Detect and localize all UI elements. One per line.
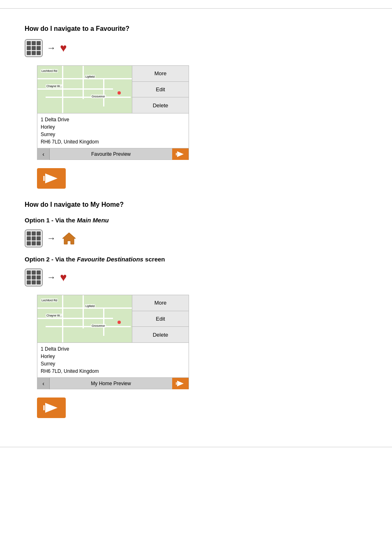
arrow-icon-3: → xyxy=(47,272,56,283)
preview-back-button-2[interactable]: ‹ xyxy=(37,378,50,389)
favourite-preview-card: Lechford Rd Chayne W... Lipfield Grosven… xyxy=(37,65,189,160)
map-label-lechford: Lechford Rd xyxy=(41,69,58,73)
side-buttons: More Edit Delete xyxy=(132,66,189,113)
section-option2: Option 2 - Via the Favourite Destination… xyxy=(25,256,367,418)
grid-dot xyxy=(27,41,31,45)
heart-icon: ♥ xyxy=(60,42,67,55)
delete-button-2[interactable]: Delete xyxy=(132,327,189,342)
heading-navigate-home: How do I navigate to My Home? xyxy=(25,201,367,208)
home-icon-container xyxy=(60,229,78,247)
address-line-1b: 1 Delta Drive xyxy=(41,345,185,353)
nav-thumbnail-icon xyxy=(39,170,64,187)
grid-dot xyxy=(32,46,36,50)
more-button[interactable]: More xyxy=(132,66,189,82)
option1-heading: Option 1 - Via the Main Menu xyxy=(25,217,367,224)
map-label-lipfield-2: Lipfield xyxy=(85,304,95,308)
grid-dot xyxy=(27,51,31,55)
page-container: How do I navigate to a Favourite? → ♥ xyxy=(0,8,392,447)
nav-thumbnail-home xyxy=(37,398,66,418)
option2-italic: Favourite Destinations xyxy=(77,256,143,263)
preview-label: Favourite Preview xyxy=(50,151,172,157)
section-option1: Option 1 - Via the Main Menu → xyxy=(25,217,367,247)
map-pin xyxy=(118,91,121,95)
address-line-4b: RH6 7LD, United Kingdom xyxy=(41,367,185,375)
grid-dot xyxy=(37,41,41,45)
arrow-icon-2: → xyxy=(47,233,56,244)
section-navigate-favourite: How do I navigate to a Favourite? → ♥ xyxy=(25,25,367,189)
arrow-icon: → xyxy=(47,43,56,53)
edit-button[interactable]: Edit xyxy=(132,82,189,98)
grid-icon xyxy=(27,41,41,55)
nav-thumbnail-icon-2 xyxy=(39,400,64,416)
address-line-2: Horley xyxy=(41,123,185,131)
preview-back-button[interactable]: ‹ xyxy=(37,148,50,160)
icon-row-option2: → ♥ xyxy=(25,268,367,287)
map-section-2: Lechford Rd Chayne W... Lipfield Grosven… xyxy=(37,295,189,342)
address-line-3b: Surrey xyxy=(41,360,185,367)
map-label-chayne-2: Chayne W... xyxy=(46,314,63,317)
address-line-1: 1 Delta Drive xyxy=(41,116,185,123)
map-label-grosvenor-2: Grosvenor xyxy=(91,324,106,328)
more-button-2[interactable]: More xyxy=(132,295,189,311)
address-line-2b: Horley xyxy=(41,353,185,360)
option1-italic: Main Menu xyxy=(77,217,109,224)
preview-label-2: My Home Preview xyxy=(50,381,172,386)
map-thumbnail: Lechford Rd Chayne W... Lipfield Grosven… xyxy=(37,66,132,113)
map-section: Lechford Rd Chayne W... Lipfield Grosven… xyxy=(37,66,189,113)
grid-dot xyxy=(32,41,36,45)
map-pin-2 xyxy=(118,321,121,324)
grid-dot xyxy=(27,46,31,50)
grid-icon-3 xyxy=(27,270,41,284)
home-icon xyxy=(62,231,76,246)
heart-icon-2: ♥ xyxy=(60,271,67,284)
map-thumbnail-2: Lechford Rd Chayne W... Lipfield Grosven… xyxy=(37,295,132,342)
address-section: 1 Delta Drive Horley Surrey RH6 7LD, Uni… xyxy=(37,113,189,148)
icon-row-option1: → xyxy=(25,229,367,247)
main-menu-icon-box xyxy=(25,39,43,57)
address-line-3: Surrey xyxy=(41,131,185,138)
grid-icon-2 xyxy=(27,231,41,245)
main-menu-icon-box-2 xyxy=(25,229,43,247)
preview-bar-2: ‹ My Home Preview xyxy=(37,377,189,389)
delete-button[interactable]: Delete xyxy=(132,97,189,113)
heading-navigate-favourite: How do I navigate to a Favourite? xyxy=(25,25,367,32)
option2-heading: Option 2 - Via the Favourite Destination… xyxy=(25,256,367,263)
main-menu-icon-box-3 xyxy=(25,268,43,287)
side-buttons-2: More Edit Delete xyxy=(132,295,189,342)
option2-suffix: screen xyxy=(143,256,165,263)
svg-marker-6 xyxy=(62,233,76,244)
option1-prefix: Option 1 - Via the xyxy=(25,217,77,224)
section-navigate-home: How do I navigate to My Home? xyxy=(25,201,367,208)
map-label-lipfield: Lipfield xyxy=(85,75,95,79)
map-label-lechford-2: Lechford Rd xyxy=(41,298,58,302)
option2-prefix: Option 2 - Via the xyxy=(25,256,77,263)
preview-bar: ‹ Favourite Preview xyxy=(37,148,189,159)
map-label-chayne: Chayne W... xyxy=(46,84,63,88)
grid-dot xyxy=(37,51,41,55)
edit-button-2[interactable]: Edit xyxy=(132,311,189,327)
preview-go-button[interactable] xyxy=(172,148,189,160)
my-home-preview-card: Lechford Rd Chayne W... Lipfield Grosven… xyxy=(37,295,189,389)
address-section-2: 1 Delta Drive Horley Surrey RH6 7LD, Uni… xyxy=(37,342,189,377)
nav-thumbnail-favourite xyxy=(37,168,66,189)
grid-dot xyxy=(32,51,36,55)
icon-row-favourite: → ♥ xyxy=(25,39,367,57)
grid-dot xyxy=(37,46,41,50)
preview-go-button-2[interactable] xyxy=(172,378,189,389)
address-line-4: RH6 7LD, United Kingdom xyxy=(41,138,185,146)
map-label-grosvenor: Grosvenor xyxy=(91,95,106,98)
go-nav-icon xyxy=(173,150,188,159)
go-nav-icon-2 xyxy=(173,379,188,388)
